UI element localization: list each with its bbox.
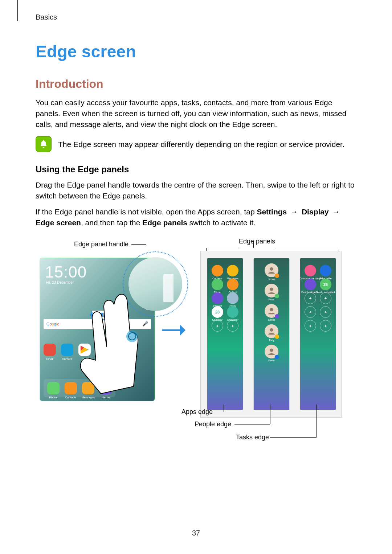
section-heading: Introduction <box>36 77 356 91</box>
panel-chip: Clock <box>227 292 238 304</box>
note-text: The Edge screen may appear differently d… <box>58 136 344 150</box>
home-app-row: EmailCameraPlay <box>44 344 91 356</box>
instruction-paragraph-2: If the Edge panel handle is not visible,… <box>36 206 356 228</box>
callout-tasks-edge: Tasks edge <box>236 434 269 441</box>
nav-pre: If the Edge panel handle is not visible,… <box>36 208 257 216</box>
phone-screenshot: 15:00 Fri, 23 December Google 🎤 EmailCam… <box>40 258 155 401</box>
home-app-icon: Camera <box>61 344 73 356</box>
contact-avatar: Jenny <box>265 263 278 277</box>
google-logo: Google <box>46 322 60 326</box>
corner-rule <box>17 0 18 21</box>
bell-icon <box>36 136 52 152</box>
chapter-label: Basics <box>36 13 356 21</box>
arrow-glyph: → <box>289 208 299 216</box>
nav-post: switch to activate it. <box>187 218 256 227</box>
callout-apps-edge: Apps edge <box>181 408 213 416</box>
panel-chip: + <box>305 306 316 318</box>
leader-line <box>206 248 239 248</box>
home-app-icon: Play <box>78 344 91 356</box>
nav-step-edgepanels: Edge panels <box>142 218 187 227</box>
people-edge-panel: JennyRossDavidTonyKevin <box>254 258 289 410</box>
home-app-icon: Internet <box>99 382 112 394</box>
panel-chip: + <box>227 320 238 332</box>
leader-line <box>224 405 224 412</box>
apps-edge-panel: ContactsMessagesPhoneGalleryInternetCloc… <box>207 258 243 410</box>
phone-date: Fri, 23 December <box>46 280 74 284</box>
svg-point-2 <box>270 267 273 270</box>
leader-line <box>270 405 270 424</box>
leader-line <box>234 424 270 424</box>
page-content: Basics Edge screen Introduction You can … <box>0 0 392 444</box>
panels-container: ContactsMessagesPhoneGalleryInternetCloc… <box>200 251 342 418</box>
phone-clock: 15:00 <box>45 263 87 281</box>
contact-avatar: David <box>265 304 278 318</box>
panel-chip: Internet <box>212 292 223 304</box>
page-number: 37 <box>0 529 392 537</box>
mic-icon: 🎤 <box>142 321 148 327</box>
leader-line <box>146 244 146 259</box>
panel-chip: Calculator <box>227 306 238 318</box>
home-app-icon: Email <box>44 344 56 356</box>
svg-point-5 <box>270 328 273 331</box>
page-indicator: ▢ ● • <box>90 375 105 378</box>
home-app-icon: Contacts <box>65 382 77 394</box>
home-app-icon: Phone <box>47 382 60 394</box>
panel-chip: + <box>305 320 316 332</box>
panel-chip: Contacts <box>212 265 223 276</box>
instruction-paragraph-1: Drag the Edge panel handle towards the c… <box>36 180 356 201</box>
arrow-glyph: → <box>331 208 342 216</box>
callout-edge-panels: Edge panels <box>239 238 275 245</box>
nav-mid: , and then tap the <box>81 218 142 227</box>
contact-avatar: Ross <box>265 284 278 297</box>
panel-chip: + <box>320 292 331 304</box>
nav-step-settings: Settings <box>257 208 287 216</box>
note-block: The Edge screen may appear differently d… <box>36 136 356 152</box>
swipe-left-indicator <box>91 310 112 320</box>
nav-step-display: Display <box>302 208 329 216</box>
home-dock: PhoneContactsMessagesInternet <box>44 379 115 397</box>
panel-chip: Compose message <box>305 265 316 276</box>
figure: Edge panel handle Edge panels 15:00 Fri,… <box>36 238 356 444</box>
leader-line <box>131 244 146 245</box>
tasks-edge-panel: Compose messageTake selfieView bookmarks… <box>300 258 336 410</box>
leader-line <box>270 437 317 438</box>
svg-point-4 <box>270 308 273 311</box>
google-search-bar: Google 🎤 <box>44 319 151 329</box>
panel-chip: Phone <box>212 279 223 290</box>
weather-icon <box>137 267 147 277</box>
nav-step-edgescreen: Edge screen <box>36 218 81 227</box>
page-title: Edge screen <box>36 42 356 61</box>
panel-chip: + <box>305 292 316 304</box>
intro-paragraph: You can easily access your favourite app… <box>36 97 356 130</box>
panel-chip: + <box>212 320 223 332</box>
contact-avatar: Kevin <box>265 345 278 358</box>
callout-edge-panel-handle: Edge panel handle <box>74 241 128 248</box>
leader-line <box>253 241 254 248</box>
panel-chip: Take selfie <box>320 265 331 276</box>
svg-point-3 <box>270 287 273 291</box>
contact-avatar: Tony <box>265 324 278 338</box>
leader-line <box>274 248 337 248</box>
home-app-icon: Messages <box>82 382 94 394</box>
panel-chip: + <box>320 306 331 318</box>
magnified-handle <box>163 274 173 302</box>
callout-people-edge: People edge <box>195 420 231 428</box>
panel-chip: 23Calendar <box>212 306 223 318</box>
panel-chip: 26Create event/task <box>320 279 331 290</box>
svg-point-6 <box>270 348 273 352</box>
panel-chip: + <box>320 320 331 332</box>
subsection-heading: Using the Edge panels <box>36 164 356 175</box>
panel-chip: Messages <box>227 265 238 276</box>
arrow-right-icon <box>162 325 191 336</box>
leader-line <box>215 412 224 412</box>
panel-chip: Gallery <box>227 279 238 290</box>
leader-line <box>317 405 317 437</box>
panel-chip: View bookmarks <box>305 279 316 290</box>
